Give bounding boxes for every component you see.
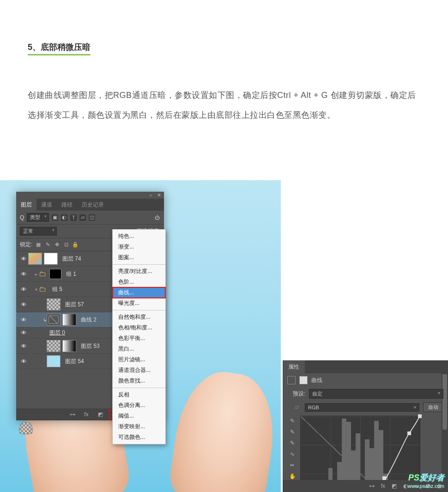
curve-handle[interactable] [418, 414, 422, 418]
menu-black-white[interactable]: 黑白... [113, 344, 165, 354]
menu-vibrance[interactable]: 自然饱和度... [113, 312, 165, 322]
add-mask-icon[interactable]: ◩ [392, 483, 397, 489]
visibility-icon[interactable]: 👁 [19, 316, 28, 323]
menu-posterize[interactable]: 色调分离... [113, 400, 165, 411]
fx-icon[interactable]: fx [83, 411, 90, 418]
filter-toggle-icon[interactable]: ⏻ [154, 214, 160, 221]
menu-curves[interactable]: 曲线... [113, 287, 165, 298]
filter-adjust-icon[interactable]: ◐ [61, 214, 67, 221]
finger-icon[interactable]: ☞ [293, 404, 301, 411]
tab-channels[interactable]: 通道 [36, 199, 57, 211]
tab-layers[interactable]: 图层 [16, 199, 36, 211]
step-body: 创建曲线调整图层，把RGB通道压暗，参数设置如下图，确定后按Ctrl + Alt… [28, 85, 420, 125]
curve-pencil-icon[interactable]: ✏ [290, 462, 295, 468]
curves-mask-icon [299, 376, 308, 384]
folder-icon: 🗀 [37, 283, 48, 295]
menu-color-lookup[interactable]: 颜色查找... [113, 376, 165, 386]
visibility-icon[interactable]: 👁 [19, 329, 28, 336]
panel-scrollbar[interactable] [442, 360, 448, 492]
link-layers-icon[interactable]: ⊶ [69, 411, 76, 418]
menu-separator [113, 264, 165, 265]
layer-label: 曲线 2 [78, 316, 97, 324]
tab-paths[interactable]: 路径 [57, 199, 77, 211]
visibility-icon[interactable]: 👁 [19, 343, 28, 350]
layer-thumb [47, 298, 61, 310]
eyedropper-black-icon[interactable]: ✎ [290, 418, 295, 424]
channel-select[interactable]: RGB [305, 403, 419, 412]
menu-photo-filter[interactable]: 照片滤镜... [113, 354, 165, 365]
lock-trans-icon[interactable]: ▦ [35, 242, 42, 248]
visibility-icon[interactable]: 👁 [19, 301, 28, 308]
curve-handle[interactable] [407, 431, 411, 435]
panel-tabs: 图层 通道 路径 历史记录 [16, 199, 164, 211]
tab-properties[interactable]: 属性 [283, 360, 305, 374]
site-watermark: PS爱好者 www.psahz.com [408, 473, 444, 489]
layer-thumb [47, 355, 61, 367]
adjustment-context-menu: 纯色... 渐变... 图案... 亮度/对比度... 色阶... 曲线... … [112, 229, 166, 444]
filter-pixel-icon[interactable]: ▣ [52, 214, 58, 221]
menu-color-balance[interactable]: 色彩平衡... [113, 333, 165, 344]
eyedropper-gray-icon[interactable]: ✎ [290, 429, 295, 435]
link-layers-icon[interactable]: ⊶ [369, 483, 375, 489]
lock-brush-icon[interactable]: ✎ [44, 242, 51, 248]
filter-kind-select[interactable]: 类型 [27, 213, 49, 222]
mask-thumb [62, 314, 76, 326]
menu-brightness[interactable]: 亮度/对比度... [113, 266, 165, 277]
curve-hand-icon[interactable]: ✋ [289, 473, 296, 480]
wm-ps: PS [408, 473, 419, 482]
visibility-icon[interactable]: 👁 [19, 286, 28, 293]
mask-thumb [62, 340, 76, 352]
lock-label: 锁定: [20, 241, 32, 249]
layer-label: 组 1 [63, 270, 76, 278]
curves-adjust-icon [287, 376, 296, 384]
folder-icon: 🗀 [37, 268, 48, 280]
adjustment-thumb [47, 314, 61, 326]
step-heading: 5、底部稍微压暗 [28, 42, 91, 55]
mask-thumb [49, 269, 61, 279]
lock-move-icon[interactable]: ✥ [54, 242, 60, 248]
blend-mode-select[interactable]: 正常 [20, 227, 57, 236]
menu-exposure[interactable]: 曝光度... [113, 298, 165, 309]
tab-history[interactable]: 历史记录 [77, 199, 109, 211]
filter-shape-icon[interactable]: ▱ [79, 214, 86, 221]
mask-thumb [44, 253, 58, 265]
eyedropper-white-icon[interactable]: ✎ [290, 440, 295, 446]
visibility-icon[interactable]: 👁 [19, 271, 28, 278]
menu-gradient-fill[interactable]: 渐变... [113, 242, 165, 252]
menu-threshold[interactable]: 阈值... [113, 411, 165, 421]
layer-label: 图层 57 [62, 301, 84, 309]
layer-label: 图层 53 [78, 342, 100, 350]
add-adjustment-icon[interactable]: ◐ [403, 483, 408, 489]
visibility-icon[interactable]: 👁 [19, 358, 28, 365]
menu-levels[interactable]: 色阶... [113, 277, 165, 287]
properties-tabs: 属性 [283, 360, 448, 373]
curve-handle[interactable] [382, 476, 386, 480]
fx-icon[interactable]: fx [381, 483, 385, 489]
layer-thumb [28, 253, 42, 265]
menu-selective-color[interactable]: 可选颜色... [113, 432, 165, 443]
lock-artboard-icon[interactable]: ⊡ [63, 242, 69, 248]
wm-url: www.psahz.com [408, 483, 444, 489]
filter-type-icon[interactable]: T [70, 214, 77, 221]
curve-smooth-icon[interactable]: ∿ [290, 451, 295, 457]
add-mask-icon[interactable]: ◩ [97, 411, 104, 418]
close-icon[interactable]: ✕ [157, 192, 161, 198]
collapse-icon[interactable]: « [149, 193, 152, 198]
menu-channel-mixer[interactable]: 通道混合器... [113, 365, 165, 376]
preset-select[interactable]: 自定 [309, 389, 443, 399]
menu-separator [113, 388, 165, 388]
auto-button[interactable]: 自动 [423, 402, 443, 412]
filter-smart-icon[interactable]: ◫ [89, 214, 95, 221]
layer-label: 图层 74 [60, 255, 81, 263]
menu-solid-color[interactable]: 纯色... [113, 231, 165, 242]
menu-hue[interactable]: 色相/饱和度... [113, 322, 165, 333]
menu-separator [113, 310, 165, 310]
filter-q-label: Q [20, 214, 24, 221]
visibility-icon[interactable]: 👁 [19, 255, 28, 262]
layer-label: 组 5 [49, 285, 62, 293]
menu-invert[interactable]: 反相 [113, 389, 165, 400]
menu-pattern[interactable]: 图案... [113, 252, 165, 263]
layer-label: 图层 54 [62, 358, 84, 365]
lock-all-icon[interactable]: 🔒 [72, 242, 79, 248]
menu-gradient-map[interactable]: 渐变映射... [113, 421, 165, 432]
